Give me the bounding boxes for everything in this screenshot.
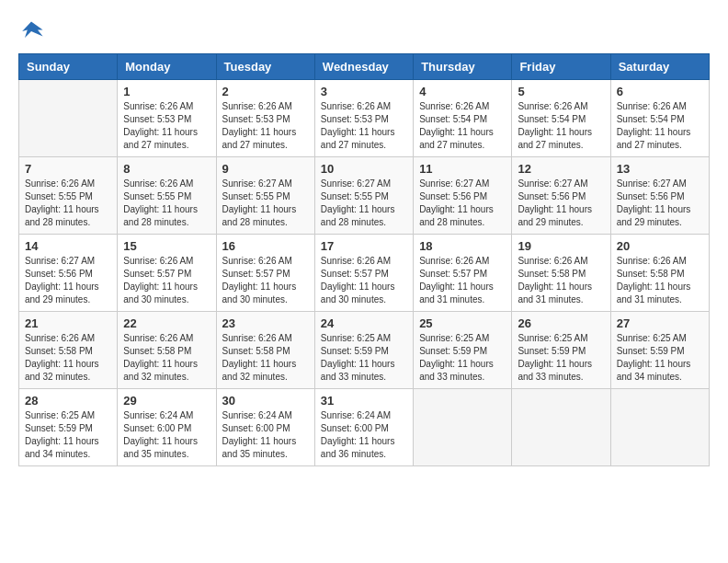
day-info: Sunrise: 6:24 AMSunset: 6:00 PMDaylight:…: [123, 409, 210, 461]
calendar-cell: 5Sunrise: 6:26 AMSunset: 5:54 PMDaylight…: [512, 80, 610, 157]
day-number: 22: [123, 316, 210, 330]
day-info: Sunrise: 6:26 AMSunset: 5:55 PMDaylight:…: [123, 178, 210, 229]
day-info: Sunrise: 6:26 AMSunset: 5:58 PMDaylight:…: [617, 255, 703, 306]
calendar-cell: 15Sunrise: 6:26 AMSunset: 5:57 PMDayligh…: [118, 235, 216, 312]
day-number: 15: [123, 239, 210, 253]
day-number: 31: [321, 394, 407, 408]
day-number: 26: [518, 316, 604, 330]
day-number: 13: [617, 162, 703, 176]
day-header-thursday: Thursday: [414, 54, 512, 80]
calendar-header-row: SundayMondayTuesdayWednesdayThursdayFrid…: [19, 54, 710, 80]
day-number: 18: [419, 239, 506, 253]
day-number: 14: [25, 239, 111, 253]
day-number: 12: [518, 162, 604, 176]
logo: [18, 18, 48, 44]
day-number: 11: [419, 162, 506, 176]
calendar-cell: 25Sunrise: 6:25 AMSunset: 5:59 PMDayligh…: [414, 312, 512, 389]
calendar-cell: 18Sunrise: 6:26 AMSunset: 5:57 PMDayligh…: [414, 235, 512, 312]
calendar-cell: [610, 389, 709, 466]
calendar-cell: 13Sunrise: 6:27 AMSunset: 5:56 PMDayligh…: [610, 157, 709, 235]
calendar-cell: 24Sunrise: 6:25 AMSunset: 5:59 PMDayligh…: [314, 312, 413, 389]
day-number: 10: [321, 162, 407, 176]
calendar-cell: 6Sunrise: 6:26 AMSunset: 5:54 PMDaylight…: [610, 80, 709, 157]
day-info: Sunrise: 6:27 AMSunset: 5:55 PMDaylight:…: [222, 178, 309, 229]
day-info: Sunrise: 6:25 AMSunset: 5:59 PMDaylight:…: [419, 332, 506, 384]
calendar-cell: 12Sunrise: 6:27 AMSunset: 5:56 PMDayligh…: [512, 157, 610, 235]
day-info: Sunrise: 6:26 AMSunset: 5:53 PMDaylight:…: [222, 100, 309, 152]
calendar-cell: 3Sunrise: 6:26 AMSunset: 5:53 PMDaylight…: [314, 80, 413, 157]
calendar-cell: [19, 80, 118, 157]
day-number: 1: [123, 85, 210, 98]
day-info: Sunrise: 6:27 AMSunset: 5:56 PMDaylight:…: [25, 255, 111, 306]
logo-icon: [18, 18, 44, 44]
day-info: Sunrise: 6:26 AMSunset: 5:57 PMDaylight:…: [123, 255, 210, 306]
day-number: 17: [321, 239, 407, 253]
day-number: 20: [617, 239, 703, 253]
calendar-cell: 21Sunrise: 6:26 AMSunset: 5:58 PMDayligh…: [19, 312, 118, 389]
calendar-week-row: 21Sunrise: 6:26 AMSunset: 5:58 PMDayligh…: [19, 312, 710, 389]
calendar-cell: 11Sunrise: 6:27 AMSunset: 5:56 PMDayligh…: [414, 157, 512, 235]
calendar-cell: [512, 389, 610, 466]
day-info: Sunrise: 6:26 AMSunset: 5:53 PMDaylight:…: [123, 100, 210, 152]
day-info: Sunrise: 6:26 AMSunset: 5:58 PMDaylight:…: [25, 332, 111, 384]
calendar-cell: 16Sunrise: 6:26 AMSunset: 5:57 PMDayligh…: [216, 235, 314, 312]
calendar-cell: 4Sunrise: 6:26 AMSunset: 5:54 PMDaylight…: [414, 80, 512, 157]
day-info: Sunrise: 6:26 AMSunset: 5:53 PMDaylight:…: [321, 100, 407, 152]
day-info: Sunrise: 6:27 AMSunset: 5:55 PMDaylight:…: [321, 178, 407, 229]
calendar-week-row: 14Sunrise: 6:27 AMSunset: 5:56 PMDayligh…: [19, 235, 710, 312]
day-header-monday: Monday: [118, 54, 216, 80]
day-info: Sunrise: 6:25 AMSunset: 5:59 PMDaylight:…: [617, 332, 703, 384]
day-number: 2: [222, 85, 309, 98]
day-info: Sunrise: 6:26 AMSunset: 5:55 PMDaylight:…: [25, 178, 111, 229]
day-number: 6: [617, 85, 703, 98]
calendar-cell: 30Sunrise: 6:24 AMSunset: 6:00 PMDayligh…: [216, 389, 314, 466]
day-number: 30: [222, 394, 309, 408]
day-number: 27: [617, 316, 703, 330]
day-info: Sunrise: 6:26 AMSunset: 5:54 PMDaylight:…: [518, 100, 604, 152]
day-number: 25: [419, 316, 506, 330]
day-header-saturday: Saturday: [610, 54, 709, 80]
day-info: Sunrise: 6:25 AMSunset: 5:59 PMDaylight:…: [321, 332, 407, 384]
calendar-cell: 29Sunrise: 6:24 AMSunset: 6:00 PMDayligh…: [118, 389, 216, 466]
calendar-week-row: 1Sunrise: 6:26 AMSunset: 5:53 PMDaylight…: [19, 80, 710, 157]
day-info: Sunrise: 6:27 AMSunset: 5:56 PMDaylight:…: [617, 178, 703, 229]
day-info: Sunrise: 6:25 AMSunset: 5:59 PMDaylight:…: [518, 332, 604, 384]
day-number: 24: [321, 316, 407, 330]
day-info: Sunrise: 6:26 AMSunset: 5:58 PMDaylight:…: [123, 332, 210, 384]
calendar-cell: 26Sunrise: 6:25 AMSunset: 5:59 PMDayligh…: [512, 312, 610, 389]
day-number: 28: [25, 394, 111, 408]
calendar-cell: 27Sunrise: 6:25 AMSunset: 5:59 PMDayligh…: [610, 312, 709, 389]
calendar-cell: 31Sunrise: 6:24 AMSunset: 6:00 PMDayligh…: [314, 389, 413, 466]
calendar-cell: 22Sunrise: 6:26 AMSunset: 5:58 PMDayligh…: [118, 312, 216, 389]
day-number: 7: [25, 162, 111, 176]
day-number: 19: [518, 239, 604, 253]
calendar-cell: 9Sunrise: 6:27 AMSunset: 5:55 PMDaylight…: [216, 157, 314, 235]
day-header-wednesday: Wednesday: [314, 54, 413, 80]
day-info: Sunrise: 6:24 AMSunset: 6:00 PMDaylight:…: [321, 409, 407, 461]
day-number: 23: [222, 316, 309, 330]
calendar-week-row: 7Sunrise: 6:26 AMSunset: 5:55 PMDaylight…: [19, 157, 710, 235]
page-header: [18, 18, 710, 44]
day-info: Sunrise: 6:27 AMSunset: 5:56 PMDaylight:…: [518, 178, 604, 229]
day-info: Sunrise: 6:25 AMSunset: 5:59 PMDaylight:…: [25, 409, 111, 461]
day-info: Sunrise: 6:24 AMSunset: 6:00 PMDaylight:…: [222, 409, 309, 461]
calendar-cell: 28Sunrise: 6:25 AMSunset: 5:59 PMDayligh…: [19, 389, 118, 466]
day-header-sunday: Sunday: [19, 54, 118, 80]
day-number: 16: [222, 239, 309, 253]
day-header-friday: Friday: [512, 54, 610, 80]
day-number: 21: [25, 316, 111, 330]
day-number: 8: [123, 162, 210, 176]
calendar-cell: 8Sunrise: 6:26 AMSunset: 5:55 PMDaylight…: [118, 157, 216, 235]
day-number: 3: [321, 85, 407, 98]
calendar-cell: [414, 389, 512, 466]
day-info: Sunrise: 6:26 AMSunset: 5:58 PMDaylight:…: [518, 255, 604, 306]
svg-marker-0: [22, 22, 42, 39]
day-info: Sunrise: 6:26 AMSunset: 5:54 PMDaylight:…: [419, 100, 506, 152]
calendar-cell: 7Sunrise: 6:26 AMSunset: 5:55 PMDaylight…: [19, 157, 118, 235]
calendar-cell: 20Sunrise: 6:26 AMSunset: 5:58 PMDayligh…: [610, 235, 709, 312]
calendar-cell: 17Sunrise: 6:26 AMSunset: 5:57 PMDayligh…: [314, 235, 413, 312]
day-number: 5: [518, 85, 604, 98]
calendar-cell: 23Sunrise: 6:26 AMSunset: 5:58 PMDayligh…: [216, 312, 314, 389]
calendar-cell: 1Sunrise: 6:26 AMSunset: 5:53 PMDaylight…: [118, 80, 216, 157]
calendar-cell: 10Sunrise: 6:27 AMSunset: 5:55 PMDayligh…: [314, 157, 413, 235]
